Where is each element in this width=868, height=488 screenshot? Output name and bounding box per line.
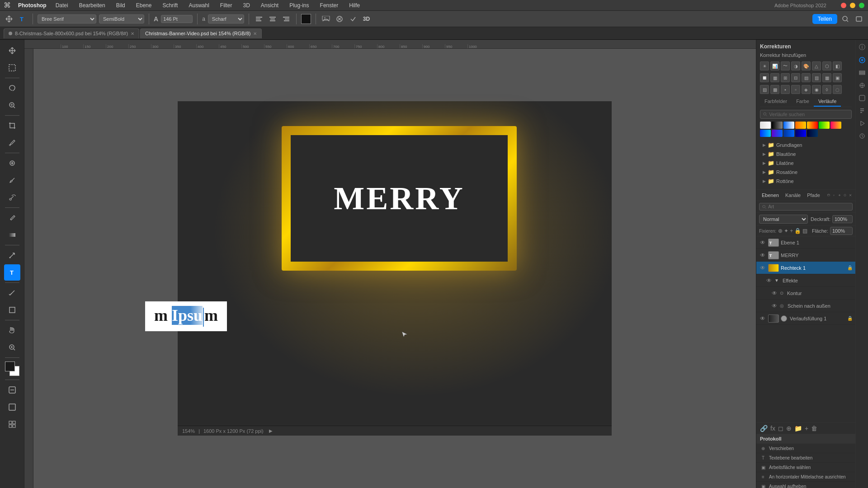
gradient-swatch-4[interactable] bbox=[795, 122, 806, 129]
layer-row-ebene1[interactable]: 👁 T Ebene 1 bbox=[756, 236, 855, 249]
tool-quick-mask[interactable] bbox=[4, 382, 20, 398]
menu-item-fenster[interactable]: Fenster bbox=[318, 1, 340, 9]
text-color-swatch[interactable] bbox=[301, 14, 311, 24]
layer-visibility-kontur[interactable]: 👁 bbox=[771, 290, 778, 296]
menu-item-schrift[interactable]: Schrift bbox=[160, 1, 179, 9]
colorbalance-icon[interactable]: ⬡ bbox=[822, 61, 831, 70]
tool-clone[interactable] bbox=[4, 189, 20, 206]
layer-row-schein[interactable]: 👁 ◎ Schein nach außen bbox=[756, 300, 855, 312]
antialiasing-select[interactable]: Scharf bbox=[208, 14, 244, 23]
extra3-icon[interactable]: ◌ bbox=[833, 85, 842, 94]
layer-row-merry[interactable]: 👁 T MERRY bbox=[756, 249, 855, 262]
gradient-swatch-3[interactable] bbox=[783, 122, 794, 129]
pattern-icon[interactable]: ▪ bbox=[781, 85, 790, 94]
tool-text[interactable]: T bbox=[4, 264, 20, 281]
folder-lilatone[interactable]: ▶ 📁 Lilatöne bbox=[760, 159, 852, 168]
tool-eyedropper[interactable] bbox=[4, 135, 20, 151]
layers-tab-pfade[interactable]: Pfade bbox=[805, 192, 822, 199]
histogram-icon[interactable]: 📊 bbox=[770, 61, 779, 70]
menu-item-hilfe[interactable]: Hilfe bbox=[347, 1, 362, 9]
menu-item-plugins[interactable]: Plug-ins bbox=[288, 1, 311, 9]
fill-input[interactable] bbox=[830, 227, 853, 235]
menu-item-ansicht[interactable]: Ansicht bbox=[259, 1, 280, 9]
layer-action-4-icon[interactable] bbox=[844, 192, 846, 198]
layers-search[interactable] bbox=[759, 203, 853, 211]
share-button[interactable]: Teilen bbox=[812, 14, 837, 24]
right-icon-history[interactable] bbox=[857, 131, 867, 141]
add-effect-btn[interactable]: fx bbox=[770, 425, 775, 432]
extra1-icon[interactable]: ◉ bbox=[812, 85, 821, 94]
tab-close-2[interactable]: ✕ bbox=[253, 31, 257, 36]
tool-marquee[interactable] bbox=[4, 60, 20, 76]
align-right-icon[interactable] bbox=[281, 14, 292, 24]
foreground-color[interactable] bbox=[5, 361, 15, 371]
right-icon-styles[interactable] bbox=[857, 93, 867, 103]
curves-icon[interactable]: 〜 bbox=[781, 61, 790, 70]
fix-artboard-icon[interactable]: ▨ bbox=[802, 228, 807, 234]
fix-pixel-icon[interactable]: ✦ bbox=[784, 228, 788, 234]
text-editing-box[interactable]: m Ipsum bbox=[145, 301, 227, 331]
fix-transform-icon[interactable]: + bbox=[790, 228, 793, 234]
solid-color-icon[interactable]: ▨ bbox=[760, 85, 769, 94]
tool-pen[interactable] bbox=[4, 247, 20, 263]
tool-brush[interactable] bbox=[4, 172, 20, 188]
tool-extra[interactable] bbox=[4, 416, 20, 432]
tab-farbe[interactable]: Farbe bbox=[792, 97, 814, 107]
gradient-fill-icon[interactable]: ▩ bbox=[770, 85, 779, 94]
add-adjustment-btn[interactable]: ⊕ bbox=[786, 425, 792, 432]
cancel-transform-icon[interactable] bbox=[334, 14, 345, 24]
link-layers-btn[interactable]: 🔗 bbox=[760, 425, 768, 432]
tool-hand[interactable] bbox=[4, 322, 20, 338]
bw-icon[interactable]: ◧ bbox=[833, 61, 842, 70]
layer-visibility-schein[interactable]: 👁 bbox=[771, 303, 778, 309]
gradient-swatch-1[interactable] bbox=[760, 122, 771, 129]
window-maximize[interactable] bbox=[859, 3, 864, 8]
layers-tab-ebenen[interactable]: Ebenen bbox=[760, 192, 781, 199]
photoshop-canvas[interactable]: MERRY m Ipsum 15 bbox=[178, 101, 612, 436]
tab-christmas-sale[interactable]: 8-Christmas-Sale-800x600.psd bei 154% (R… bbox=[4, 28, 139, 38]
folder-grundlagen[interactable]: ▶ 📁 Grundlagen bbox=[760, 141, 852, 150]
folder-blautone[interactable]: ▶ 📁 Blautöne bbox=[760, 150, 852, 159]
canvas-content[interactable]: MERRY m Ipsum 15 bbox=[33, 49, 756, 488]
3d-button[interactable]: 3D bbox=[361, 15, 372, 23]
invert-icon[interactable]: ⊟ bbox=[791, 73, 800, 82]
selective-color-icon[interactable]: ▣ bbox=[833, 73, 842, 82]
menu-item-3d[interactable]: 3D bbox=[241, 1, 251, 9]
add-layer-btn[interactable]: + bbox=[805, 425, 808, 432]
channel-mixer-icon[interactable]: ▦ bbox=[770, 73, 779, 82]
posterize-icon[interactable]: ▤ bbox=[802, 73, 811, 82]
font-style-select[interactable]: SemiBold bbox=[99, 14, 144, 23]
tab-christmas-banner[interactable]: Christmas-Banner-Video.psd bei 154% (RGB… bbox=[140, 28, 262, 38]
tool-quick-select[interactable] bbox=[4, 97, 20, 113]
search-icon[interactable] bbox=[840, 14, 851, 24]
protocol-item-textebene[interactable]: T Textebene bearbeiten bbox=[756, 453, 855, 463]
right-icon-properties[interactable] bbox=[857, 106, 867, 116]
font-size-input[interactable] bbox=[161, 15, 193, 23]
menu-item-filter[interactable]: Filter bbox=[218, 1, 234, 9]
hue-icon[interactable]: △ bbox=[812, 61, 821, 70]
right-icon-channels[interactable] bbox=[857, 80, 867, 90]
tool-lasso[interactable] bbox=[4, 80, 20, 96]
more-info-btn[interactable]: ▶ bbox=[269, 428, 273, 433]
color-picker[interactable] bbox=[4, 361, 20, 378]
protocol-item-aufheben[interactable]: ▣ Auswahl aufheben bbox=[756, 482, 855, 488]
gradient-swatch-7[interactable] bbox=[830, 122, 841, 129]
menu-item-ebene[interactable]: Ebene bbox=[134, 1, 154, 9]
layer-row-effekte[interactable]: 👁 ▼ Effekte bbox=[756, 274, 855, 287]
menu-item-datei[interactable]: Datei bbox=[54, 1, 70, 9]
gradient-swatch-5[interactable] bbox=[807, 122, 818, 129]
tool-gradient[interactable] bbox=[4, 227, 20, 243]
gradient-search-input[interactable] bbox=[769, 112, 849, 117]
warp-text-icon[interactable]: T bbox=[321, 14, 331, 24]
text-tool-icon[interactable]: T bbox=[17, 14, 28, 24]
folder-rottone[interactable]: ▶ 📁 Rottöne bbox=[760, 177, 852, 186]
layer-action-5-icon[interactable] bbox=[849, 192, 852, 198]
photo-filter-icon[interactable]: 🔲 bbox=[760, 73, 769, 82]
menu-item-auswahl[interactable]: Auswahl bbox=[187, 1, 211, 9]
layer-row-kontur[interactable]: 👁 ⊙ Kontur bbox=[756, 287, 855, 300]
opacity-input[interactable] bbox=[832, 215, 853, 223]
gradient-swatch-10[interactable] bbox=[783, 130, 794, 137]
fix-all-icon[interactable]: 🔒 bbox=[794, 228, 801, 234]
layer-action-3-icon[interactable] bbox=[838, 192, 841, 198]
layer-row-rechteck1[interactable]: 👁 Rechteck 1 🔒 bbox=[756, 262, 855, 274]
